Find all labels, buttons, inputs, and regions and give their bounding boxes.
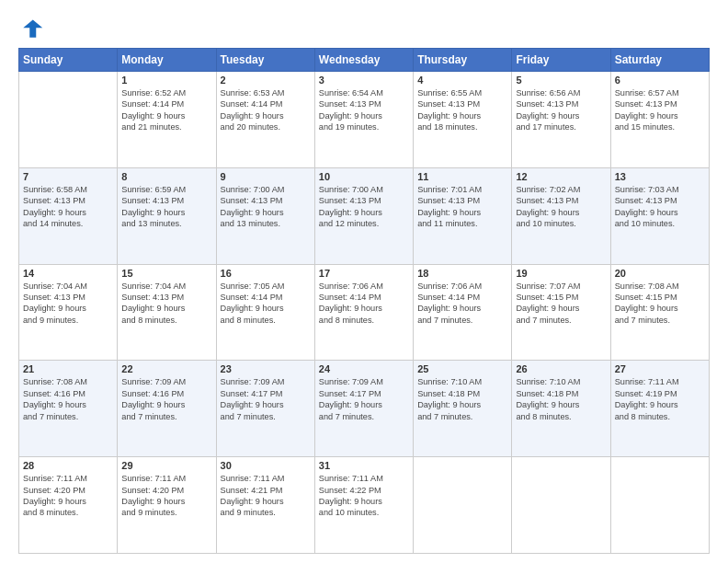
cell-date: 24	[319, 363, 409, 374]
cell-info: Sunrise: 7:11 AM Sunset: 4:22 PM Dayligh…	[319, 473, 409, 519]
logo	[18, 17, 48, 42]
cell-info: Sunrise: 7:10 AM Sunset: 4:18 PM Dayligh…	[417, 376, 507, 422]
calendar-cell: 9Sunrise: 7:00 AM Sunset: 4:13 PM Daylig…	[216, 167, 314, 264]
cell-date: 28	[23, 460, 113, 471]
cell-date: 15	[121, 268, 211, 279]
cell-info: Sunrise: 7:05 AM Sunset: 4:14 PM Dayligh…	[221, 281, 311, 327]
cell-date: 2	[221, 75, 311, 86]
calendar-cell: 15Sunrise: 7:04 AM Sunset: 4:13 PM Dayli…	[118, 264, 216, 361]
calendar-cell: 11Sunrise: 7:01 AM Sunset: 4:13 PM Dayli…	[414, 167, 512, 264]
cell-info: Sunrise: 7:00 AM Sunset: 4:13 PM Dayligh…	[319, 184, 409, 230]
calendar-cell: 5Sunrise: 6:56 AM Sunset: 4:13 PM Daylig…	[512, 72, 610, 168]
cell-date: 17	[319, 268, 409, 279]
calendar-cell: 19Sunrise: 7:07 AM Sunset: 4:15 PM Dayli…	[512, 264, 610, 361]
calendar-cell: 17Sunrise: 7:06 AM Sunset: 4:14 PM Dayli…	[314, 264, 413, 361]
cell-info: Sunrise: 6:55 AM Sunset: 4:13 PM Dayligh…	[417, 87, 507, 133]
cell-date: 22	[121, 363, 211, 374]
cell-info: Sunrise: 7:11 AM Sunset: 4:19 PM Dayligh…	[615, 376, 705, 422]
cell-info: Sunrise: 7:08 AM Sunset: 4:16 PM Dayligh…	[23, 376, 113, 422]
cell-info: Sunrise: 7:06 AM Sunset: 4:14 PM Dayligh…	[319, 281, 409, 327]
calendar-cell	[19, 72, 118, 168]
calendar-cell: 3Sunrise: 6:54 AM Sunset: 4:13 PM Daylig…	[314, 72, 413, 168]
cell-date: 18	[417, 268, 507, 279]
calendar-cell: 20Sunrise: 7:08 AM Sunset: 4:15 PM Dayli…	[610, 264, 709, 361]
calendar-cell	[610, 457, 709, 554]
cell-date: 25	[417, 363, 507, 374]
calendar-cell: 18Sunrise: 7:06 AM Sunset: 4:14 PM Dayli…	[414, 264, 512, 361]
cell-info: Sunrise: 7:00 AM Sunset: 4:13 PM Dayligh…	[221, 184, 311, 230]
calendar-cell: 14Sunrise: 7:04 AM Sunset: 4:13 PM Dayli…	[19, 264, 118, 361]
calendar-cell: 23Sunrise: 7:09 AM Sunset: 4:17 PM Dayli…	[216, 361, 314, 457]
calendar-header-thursday: Thursday	[414, 49, 512, 72]
calendar-cell	[512, 457, 610, 554]
calendar-week-2: 7Sunrise: 6:58 AM Sunset: 4:13 PM Daylig…	[19, 167, 710, 264]
cell-date: 31	[319, 460, 409, 471]
cell-info: Sunrise: 7:09 AM Sunset: 4:17 PM Dayligh…	[319, 376, 409, 422]
calendar-header-sunday: Sunday	[19, 49, 118, 72]
cell-info: Sunrise: 7:11 AM Sunset: 4:21 PM Dayligh…	[221, 473, 311, 519]
calendar-cell: 25Sunrise: 7:10 AM Sunset: 4:18 PM Dayli…	[414, 361, 512, 457]
cell-date: 14	[23, 268, 113, 279]
calendar-cell: 6Sunrise: 6:57 AM Sunset: 4:13 PM Daylig…	[610, 72, 709, 168]
calendar-cell: 1Sunrise: 6:52 AM Sunset: 4:14 PM Daylig…	[118, 72, 216, 168]
calendar-cell: 21Sunrise: 7:08 AM Sunset: 4:16 PM Dayli…	[19, 361, 118, 457]
calendar-header-tuesday: Tuesday	[216, 49, 314, 72]
calendar-cell: 13Sunrise: 7:03 AM Sunset: 4:13 PM Dayli…	[610, 167, 709, 264]
top-section	[18, 17, 710, 42]
cell-date: 16	[221, 268, 311, 279]
calendar-cell: 26Sunrise: 7:10 AM Sunset: 4:18 PM Dayli…	[512, 361, 610, 457]
calendar-cell: 12Sunrise: 7:02 AM Sunset: 4:13 PM Dayli…	[512, 167, 610, 264]
cell-info: Sunrise: 6:56 AM Sunset: 4:13 PM Dayligh…	[516, 87, 606, 133]
calendar-week-4: 21Sunrise: 7:08 AM Sunset: 4:16 PM Dayli…	[19, 361, 710, 457]
calendar-cell: 27Sunrise: 7:11 AM Sunset: 4:19 PM Dayli…	[610, 361, 709, 457]
calendar-header-monday: Monday	[118, 49, 216, 72]
calendar-week-5: 28Sunrise: 7:11 AM Sunset: 4:20 PM Dayli…	[19, 457, 710, 554]
cell-date: 4	[417, 75, 507, 86]
calendar-cell: 8Sunrise: 6:59 AM Sunset: 4:13 PM Daylig…	[118, 167, 216, 264]
cell-info: Sunrise: 7:03 AM Sunset: 4:13 PM Dayligh…	[615, 184, 705, 230]
cell-date: 19	[516, 268, 606, 279]
cell-date: 7	[23, 171, 113, 182]
cell-info: Sunrise: 7:07 AM Sunset: 4:15 PM Dayligh…	[516, 281, 606, 327]
calendar-header-row: SundayMondayTuesdayWednesdayThursdayFrid…	[19, 49, 710, 72]
calendar-cell: 16Sunrise: 7:05 AM Sunset: 4:14 PM Dayli…	[216, 264, 314, 361]
cell-date: 6	[615, 75, 705, 86]
logo-icon	[18, 17, 44, 42]
cell-date: 21	[23, 363, 113, 374]
cell-date: 30	[221, 460, 311, 471]
calendar-cell	[414, 457, 512, 554]
calendar-header-wednesday: Wednesday	[314, 49, 413, 72]
cell-info: Sunrise: 7:02 AM Sunset: 4:13 PM Dayligh…	[516, 184, 606, 230]
cell-info: Sunrise: 6:53 AM Sunset: 4:14 PM Dayligh…	[221, 87, 311, 133]
cell-date: 20	[615, 268, 705, 279]
svg-marker-0	[23, 20, 42, 38]
cell-info: Sunrise: 7:04 AM Sunset: 4:13 PM Dayligh…	[23, 281, 113, 327]
cell-info: Sunrise: 7:10 AM Sunset: 4:18 PM Dayligh…	[516, 376, 606, 422]
calendar-header-saturday: Saturday	[610, 49, 709, 72]
cell-info: Sunrise: 7:01 AM Sunset: 4:13 PM Dayligh…	[417, 184, 507, 230]
cell-info: Sunrise: 7:11 AM Sunset: 4:20 PM Dayligh…	[23, 473, 113, 519]
cell-info: Sunrise: 6:57 AM Sunset: 4:13 PM Dayligh…	[615, 87, 705, 133]
cell-info: Sunrise: 7:09 AM Sunset: 4:17 PM Dayligh…	[221, 376, 311, 422]
calendar-table: SundayMondayTuesdayWednesdayThursdayFrid…	[18, 48, 710, 554]
calendar-cell: 28Sunrise: 7:11 AM Sunset: 4:20 PM Dayli…	[19, 457, 118, 554]
cell-date: 12	[516, 171, 606, 182]
cell-date: 9	[221, 171, 311, 182]
cell-info: Sunrise: 7:04 AM Sunset: 4:13 PM Dayligh…	[121, 281, 211, 327]
cell-date: 11	[417, 171, 507, 182]
page: SundayMondayTuesdayWednesdayThursdayFrid…	[0, 0, 728, 563]
cell-date: 26	[516, 363, 606, 374]
calendar-header-friday: Friday	[512, 49, 610, 72]
calendar-cell: 31Sunrise: 7:11 AM Sunset: 4:22 PM Dayli…	[314, 457, 413, 554]
cell-info: Sunrise: 6:59 AM Sunset: 4:13 PM Dayligh…	[121, 184, 211, 230]
cell-date: 1	[121, 75, 211, 86]
cell-date: 13	[615, 171, 705, 182]
calendar-cell: 30Sunrise: 7:11 AM Sunset: 4:21 PM Dayli…	[216, 457, 314, 554]
calendar-week-3: 14Sunrise: 7:04 AM Sunset: 4:13 PM Dayli…	[19, 264, 710, 361]
cell-info: Sunrise: 7:09 AM Sunset: 4:16 PM Dayligh…	[121, 376, 211, 422]
calendar-cell: 2Sunrise: 6:53 AM Sunset: 4:14 PM Daylig…	[216, 72, 314, 168]
cell-date: 29	[121, 460, 211, 471]
cell-date: 5	[516, 75, 606, 86]
cell-info: Sunrise: 7:06 AM Sunset: 4:14 PM Dayligh…	[417, 281, 507, 327]
cell-date: 27	[615, 363, 705, 374]
